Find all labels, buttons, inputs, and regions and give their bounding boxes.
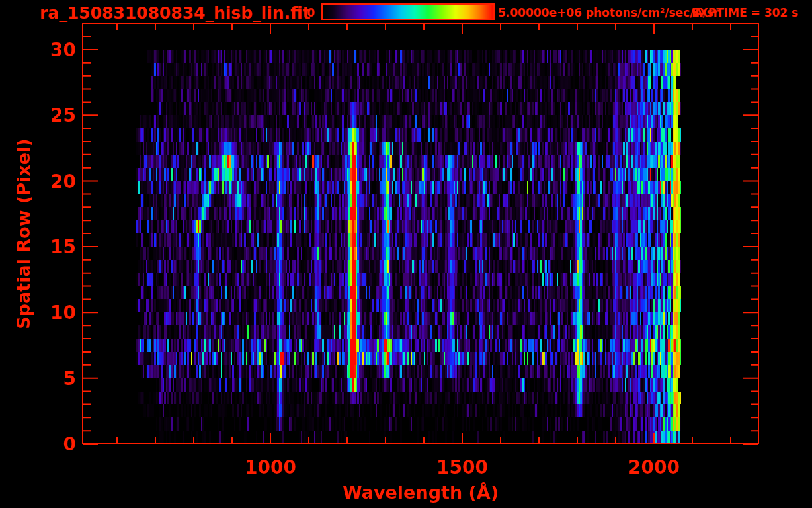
x-tick-label: 2000 [628,456,680,478]
x-tick-label: 1500 [436,456,488,478]
y-tick-label: 25 [50,105,76,126]
axes-frame [0,0,812,508]
y-axis-title: Spatial Row (Pixel) [13,24,34,444]
y-tick-label: 5 [63,367,76,389]
spectral-viewer-window: ra_150831080834_hisb_lin.fit 0 5.00000e+… [0,0,812,508]
y-tick-label: 15 [50,235,76,257]
x-tick-label: 1000 [245,456,296,478]
x-axis-title: Wavelength (Å) [83,482,758,503]
axis-ticks [83,24,758,444]
y-tick-label: 0 [63,433,76,455]
plot-frame [83,24,758,443]
y-tick-label: 10 [50,302,76,323]
y-tick-label: 20 [50,170,76,192]
y-tick-label: 30 [50,38,76,60]
